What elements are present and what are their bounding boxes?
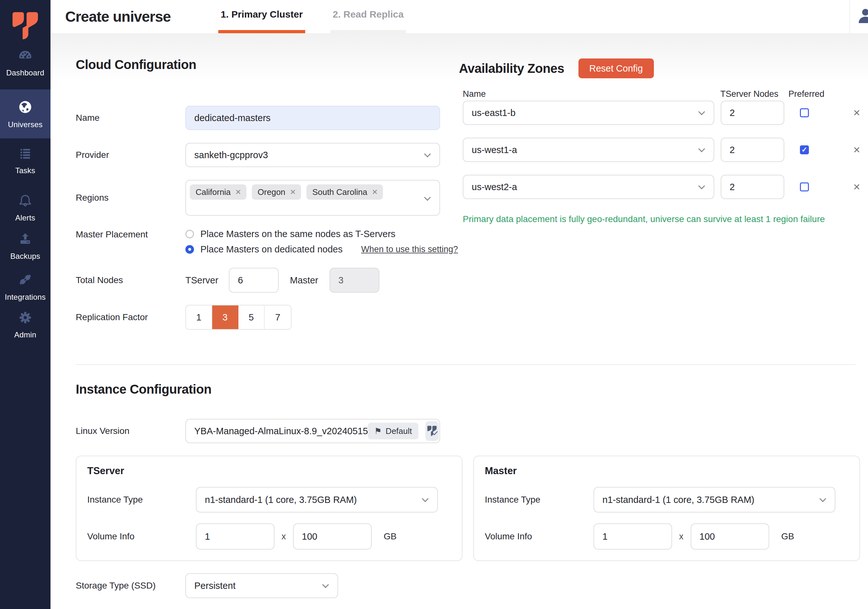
region-chip: Oregon (252, 184, 301, 200)
sidebar-item-label: Backups (10, 252, 40, 261)
az-zone-value: us-east1-b (472, 108, 516, 118)
sidebar-item-label: Dashboard (6, 68, 44, 77)
az-preferred-column-header: Preferred (789, 89, 825, 99)
replication-factor-label: Replication Factor (76, 312, 185, 322)
replication-factor-selector: 1 3 5 7 (185, 305, 291, 330)
linux-version-label: Linux Version (76, 426, 185, 436)
main-content: Cloud Configuration Name Provider sanket… (51, 33, 868, 609)
chevron-down-icon (424, 194, 431, 201)
master-volume-count-input[interactable] (594, 523, 672, 550)
region-chip-label: South Carolina (312, 187, 367, 197)
storage-type-value: Persistent (194, 581, 236, 591)
tab-read-replica[interactable]: 2. Read Replica (330, 0, 406, 33)
total-nodes-label: Total Nodes (76, 275, 185, 285)
yugabyte-logo[interactable] (11, 11, 40, 43)
replication-option-3[interactable]: 3 (212, 305, 239, 329)
az-row: us-east1-b (463, 101, 868, 125)
sidebar-item-dashboard[interactable]: Dashboard (0, 43, 51, 82)
replication-option-7[interactable]: 7 (265, 305, 291, 329)
az-nodes-input[interactable] (721, 175, 784, 199)
region-chip: South Carolina (307, 184, 383, 200)
placement-option-same-nodes[interactable]: Place Masters on the same nodes as T-Ser… (185, 226, 458, 242)
preferred-checkbox-unchecked[interactable] (800, 183, 809, 191)
az-row: us-west1-a (463, 138, 868, 162)
regions-label: Regions (76, 193, 185, 203)
header: Create universe 1. Primary Cluster 2. Re… (51, 0, 868, 33)
az-nodes-input[interactable] (721, 101, 784, 125)
sidebar-item-backups[interactable]: Backups (0, 226, 51, 266)
header-divider (849, 0, 850, 33)
radio-selected-icon[interactable] (185, 245, 194, 254)
sidebar-item-universes[interactable]: Universes (0, 90, 51, 138)
master-volume-size-input[interactable] (691, 523, 769, 550)
instance-configuration-heading: Instance Configuration (76, 382, 212, 397)
radio-unselected-icon[interactable] (185, 230, 194, 239)
remove-region-icon[interactable] (290, 188, 296, 197)
preferred-checkbox-unchecked[interactable] (800, 108, 809, 117)
sidebar-item-label: Universes (8, 120, 43, 129)
tserver-volume-size-input[interactable] (293, 523, 372, 550)
az-zone-value: us-west2-a (472, 182, 517, 192)
when-to-use-link[interactable]: When to use this setting? (361, 245, 458, 254)
name-label: Name (76, 113, 185, 123)
instance-type-label: Instance Type (485, 494, 594, 505)
remove-zone-icon[interactable] (853, 145, 860, 155)
tabs: 1. Primary Cluster 2. Read Replica (218, 0, 406, 33)
sidebar-item-integrations[interactable]: Integrations (0, 267, 51, 307)
linux-version-select[interactable]: YBA-Managed-AlmaLinux-8.9_v20240515 Defa… (185, 419, 440, 443)
user-icon[interactable] (857, 7, 868, 25)
availability-zones-header: Availability Zones Reset Config (459, 59, 868, 78)
provider-row: Provider sanketh-gcpprov3 (76, 143, 440, 167)
availability-zones-column-headers: Name TServer Nodes Preferred (459, 89, 868, 101)
replication-option-5[interactable]: 5 (239, 305, 265, 329)
regions-row: Regions California Oregon South Carolina (76, 180, 440, 216)
chevron-down-icon (698, 183, 705, 189)
regions-multiselect[interactable]: California Oregon South Carolina (185, 180, 440, 216)
az-zone-select[interactable]: us-east1-b (463, 101, 714, 125)
total-nodes-row: Total Nodes TServer Master (76, 268, 379, 293)
az-zone-select[interactable]: us-west2-a (463, 175, 714, 199)
section-divider (76, 364, 856, 365)
master-instance-type-select[interactable]: n1-standard-1 (1 core, 3.75GB RAM) (594, 487, 835, 513)
placement-option-dedicated-nodes[interactable]: Place Masters on dedicated nodes When to… (185, 242, 458, 257)
remove-region-icon[interactable] (372, 188, 378, 197)
remove-region-icon[interactable] (235, 188, 241, 197)
az-zone-select[interactable]: us-west1-a (463, 138, 714, 162)
globe-icon (17, 99, 33, 116)
az-name-column-header: Name (463, 89, 486, 99)
master-placement-row: Master Placement Place Masters on the sa… (76, 226, 458, 257)
sidebar-item-admin[interactable]: Admin (0, 305, 51, 344)
region-chips: California Oregon South Carolina (190, 184, 383, 200)
volume-info-label: Volume Info (87, 532, 196, 542)
page-title: Create universe (65, 8, 170, 25)
replication-option-1[interactable]: 1 (186, 305, 212, 329)
chevron-down-icon (422, 495, 429, 502)
yugabyte-check-icon (425, 421, 439, 441)
reset-config-button[interactable]: Reset Config (578, 59, 654, 78)
default-badge: Default (368, 423, 418, 439)
remove-zone-icon[interactable] (853, 182, 860, 192)
master-count-input (330, 268, 379, 293)
tserver-volume-count-input[interactable] (196, 523, 274, 550)
tserver-card: TServer Instance Type n1-standard-1 (1 c… (76, 456, 462, 561)
sidebar-item-alerts[interactable]: Alerts (0, 188, 51, 228)
master-card: Master Instance Type n1-standard-1 (1 co… (473, 456, 860, 561)
az-nodes-input[interactable] (721, 138, 784, 162)
az-nodes-column-header: TServer Nodes (720, 89, 778, 99)
tserver-count-label: TServer (185, 275, 218, 286)
volume-unit: GB (384, 532, 397, 542)
storage-type-select[interactable]: Persistent (185, 573, 338, 598)
sidebar-item-tasks[interactable]: Tasks (0, 141, 51, 180)
provider-select[interactable]: sanketh-gcpprov3 (185, 143, 440, 167)
tserver-instance-type-select[interactable]: n1-standard-1 (1 core, 3.75GB RAM) (196, 487, 438, 513)
universe-name-input[interactable] (185, 106, 440, 130)
preferred-checkbox-checked[interactable] (800, 146, 809, 154)
master-instance-type-row: Instance Type n1-standard-1 (1 core, 3.7… (485, 487, 848, 513)
linux-version-value: YBA-Managed-AlmaLinux-8.9_v20240515 (194, 426, 368, 437)
cloud-configuration-heading: Cloud Configuration (76, 57, 196, 72)
plug-icon (17, 271, 34, 289)
tab-primary-cluster[interactable]: 1. Primary Cluster (218, 0, 305, 33)
tserver-count-input[interactable] (229, 268, 279, 293)
remove-zone-icon[interactable] (853, 108, 860, 118)
volume-multiplier: x (679, 532, 684, 542)
